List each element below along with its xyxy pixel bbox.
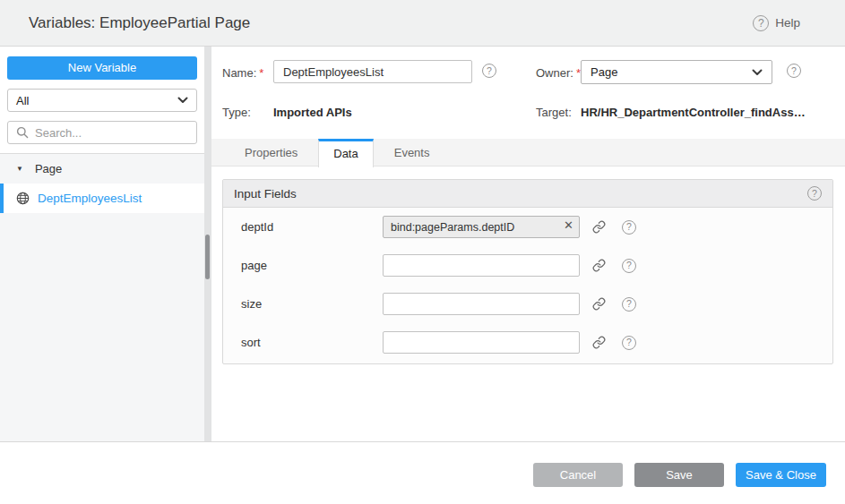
deptid-input[interactable] xyxy=(383,216,580,238)
variables-tree: ▼ Page DeptEmployeesList xyxy=(0,153,204,441)
field-help-icon[interactable]: ? xyxy=(622,220,636,235)
field-help-icon[interactable]: ? xyxy=(622,259,636,273)
tree-item-deptemployeeslist[interactable]: DeptEmployeesList xyxy=(0,184,204,213)
tree-item-label: DeptEmployeesList xyxy=(38,192,142,205)
owner-select[interactable]: Page xyxy=(581,60,772,84)
name-label: Name:* xyxy=(222,66,263,80)
search-input[interactable] xyxy=(35,126,188,140)
type-label: Type: xyxy=(222,106,251,119)
owner-value: Page xyxy=(591,65,752,79)
tab-events[interactable]: Events xyxy=(374,139,451,166)
field-label: page xyxy=(241,259,383,272)
cancel-button[interactable]: Cancel xyxy=(533,463,623,487)
variable-filter-value: All xyxy=(16,94,177,107)
sort-input[interactable] xyxy=(383,331,580,354)
help-link[interactable]: ? Help xyxy=(753,15,800,31)
search-icon xyxy=(16,126,29,139)
dialog-footer: Cancel Save Save & Close xyxy=(0,441,845,504)
help-icon: ? xyxy=(753,15,769,31)
variables-sidebar: New Variable All ▼ Page DeptEmployeesLis… xyxy=(0,47,204,441)
input-fields-title: Input Fields xyxy=(234,187,297,201)
sidebar-scrollbar-track xyxy=(204,47,211,441)
input-field-row-sort: sort ? xyxy=(223,323,832,362)
sidebar-scrollbar-thumb[interactable] xyxy=(205,235,210,279)
bind-link-icon[interactable] xyxy=(592,220,606,234)
input-fields-header: Input Fields ? xyxy=(223,180,832,208)
globe-icon xyxy=(16,192,30,205)
caret-down-icon: ▼ xyxy=(16,165,23,173)
input-field-row-deptid: deptId ✕ ? xyxy=(223,208,832,246)
chevron-down-icon xyxy=(177,97,188,104)
bind-link-icon[interactable] xyxy=(592,336,606,349)
input-fields-panel: Input Fields ? deptId ✕ ? page ? xyxy=(222,179,833,364)
tab-properties[interactable]: Properties xyxy=(224,139,318,166)
target-value: HR/HR_DepartmentController_findAss… xyxy=(581,106,806,119)
name-help-icon[interactable]: ? xyxy=(482,64,496,78)
help-label: Help xyxy=(775,16,800,30)
owner-help-icon[interactable]: ? xyxy=(787,64,801,78)
dialog-header: Variables: EmployeePartial Page ? Help xyxy=(0,0,845,47)
variable-search-box xyxy=(7,121,197,144)
tree-group-label: Page xyxy=(35,162,62,175)
input-fields-help-icon[interactable]: ? xyxy=(807,186,822,201)
editor-tabbar: Properties Data Events xyxy=(211,139,845,167)
field-label: sort xyxy=(241,336,383,349)
chevron-down-icon xyxy=(752,69,763,76)
bind-link-icon[interactable] xyxy=(592,297,606,311)
target-label: Target: xyxy=(536,106,572,119)
save-and-close-button[interactable]: Save & Close xyxy=(736,463,826,487)
page-input[interactable] xyxy=(383,254,580,277)
input-field-row-size: size ? xyxy=(223,285,832,323)
clear-binding-icon[interactable]: ✕ xyxy=(564,219,573,231)
size-input[interactable] xyxy=(383,293,580,315)
field-label: deptId xyxy=(241,220,383,234)
new-variable-button[interactable]: New Variable xyxy=(7,56,197,80)
field-help-icon[interactable]: ? xyxy=(622,336,636,350)
owner-label: Owner:* xyxy=(536,66,581,80)
tree-group-page[interactable]: ▼ Page xyxy=(0,154,204,184)
bind-link-icon[interactable] xyxy=(592,259,606,272)
tab-data[interactable]: Data xyxy=(318,139,373,167)
save-button[interactable]: Save xyxy=(634,463,724,487)
dialog-title: Variables: EmployeePartial Page xyxy=(29,14,250,32)
name-input[interactable] xyxy=(273,60,472,83)
field-label: size xyxy=(241,297,383,311)
type-value: Imported APIs xyxy=(273,106,352,119)
field-help-icon[interactable]: ? xyxy=(622,297,636,312)
variable-filter-select[interactable]: All xyxy=(7,89,197,112)
variable-editor-main: Name:* ? Owner:* Page ? Type: Imported A… xyxy=(211,47,845,441)
required-marker: * xyxy=(259,66,263,80)
variables-dialog: Variables: EmployeePartial Page ? Help N… xyxy=(0,0,845,504)
input-field-row-page: page ? xyxy=(223,246,832,285)
